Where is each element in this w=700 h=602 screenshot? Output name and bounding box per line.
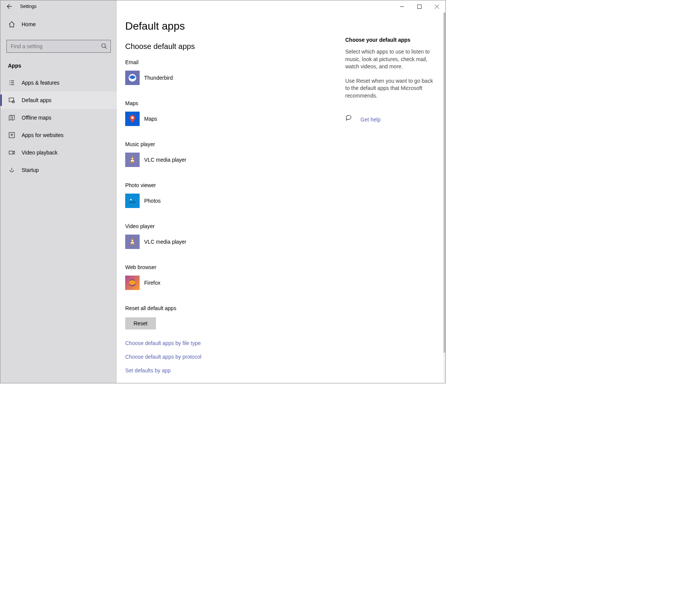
maximize-button[interactable] [411, 0, 428, 13]
nav-label: Default apps [22, 97, 52, 103]
nav-label: Video playback [22, 150, 58, 156]
close-button[interactable] [428, 0, 445, 13]
category-label: Music player [125, 141, 341, 147]
scroll-thumb[interactable] [444, 13, 445, 353]
nav-offline-maps[interactable]: Offline maps [0, 109, 117, 126]
app-icon [125, 153, 140, 167]
default-apps-icon [8, 97, 16, 104]
link-by-protocol[interactable]: Choose default apps by protocol [125, 354, 341, 360]
category-label: Email [125, 59, 341, 65]
svg-rect-14 [132, 240, 133, 241]
nav-default-apps[interactable]: Default apps [0, 91, 117, 109]
help-icon [345, 115, 353, 124]
default-app-video player[interactable]: VLC media player [125, 235, 247, 249]
category-label: Maps [125, 100, 341, 106]
get-help-link[interactable]: Get help [345, 115, 436, 124]
category-label: Photo viewer [125, 182, 341, 188]
app-icon [125, 276, 140, 290]
svg-rect-11 [131, 160, 134, 161]
link-by-app[interactable]: Set defaults by app [125, 367, 341, 373]
app-name: Maps [144, 116, 157, 122]
svg-rect-7 [9, 151, 13, 154]
info-text-1: Select which apps to use to listen to mu… [345, 48, 436, 71]
search-input[interactable] [6, 40, 111, 53]
svg-point-2 [102, 44, 105, 47]
default-app-maps[interactable]: Maps [125, 112, 247, 126]
startup-icon [8, 167, 16, 173]
nav-video-playback[interactable]: Video playback [0, 144, 117, 161]
close-icon [435, 5, 439, 9]
app-name: VLC media player [144, 157, 186, 163]
reset-button[interactable]: Reset [125, 317, 156, 329]
default-app-web browser[interactable]: Firefox [125, 276, 247, 290]
default-app-music player[interactable]: VLC media player [125, 153, 247, 167]
home-label: Home [22, 21, 36, 27]
list-icon [8, 79, 16, 86]
back-button[interactable] [0, 0, 19, 13]
open-icon [8, 132, 16, 139]
category-label: Video player [125, 223, 341, 229]
svg-rect-1 [417, 5, 421, 8]
reset-label: Reset all default apps [125, 305, 341, 311]
map-icon [8, 114, 16, 121]
svg-rect-10 [132, 158, 133, 159]
page-title: Default apps [125, 20, 341, 32]
link-by-filetype[interactable]: Choose default apps by file type [125, 340, 341, 346]
app-icon [125, 71, 140, 85]
svg-rect-4 [9, 98, 14, 102]
app-icon [125, 112, 140, 126]
sidebar-section-label: Apps [0, 60, 117, 74]
maximize-icon [417, 5, 422, 9]
window-title: Settings [19, 4, 36, 9]
back-arrow-icon [6, 3, 13, 9]
svg-rect-15 [131, 242, 134, 243]
svg-line-3 [105, 47, 107, 49]
svg-point-13 [130, 199, 132, 200]
nav-startup[interactable]: Startup [0, 161, 117, 179]
default-app-photo viewer[interactable]: Photos [125, 194, 247, 208]
minimize-button[interactable] [393, 0, 411, 13]
home-icon [8, 21, 16, 28]
category-label: Web browser [125, 264, 341, 270]
search-wrap [6, 40, 111, 53]
default-app-email[interactable]: Thunderbird [125, 71, 247, 85]
app-icon [125, 235, 140, 249]
info-text-2: Use Reset when you want to go back to th… [345, 77, 436, 100]
app-name: Firefox [144, 280, 160, 286]
section-heading: Choose default apps [125, 42, 341, 51]
home-button[interactable]: Home [0, 16, 117, 33]
nav-apps-features[interactable]: Apps & features [0, 74, 117, 91]
nav-label: Offline maps [22, 115, 51, 121]
svg-point-9 [131, 117, 134, 119]
content-area: Default apps Choose default apps EmailTh… [117, 13, 445, 383]
titlebar: Settings [0, 0, 445, 13]
app-name: Thunderbird [144, 75, 173, 81]
minimize-icon [400, 5, 404, 9]
app-icon [125, 194, 140, 208]
nav-label: Apps & features [22, 80, 60, 86]
nav-label: Apps for websites [22, 132, 64, 138]
app-name: VLC media player [144, 239, 186, 245]
search-icon [101, 43, 107, 50]
video-icon [8, 149, 16, 156]
sidebar: Home Apps Apps & features Default apps O… [0, 13, 117, 383]
scrollbar[interactable] [444, 13, 445, 382]
help-label: Get help [360, 117, 381, 123]
info-heading: Choose your default apps [345, 37, 436, 43]
nav-label: Startup [22, 167, 39, 173]
app-name: Photos [144, 198, 161, 204]
nav-apps-websites[interactable]: Apps for websites [0, 126, 117, 144]
